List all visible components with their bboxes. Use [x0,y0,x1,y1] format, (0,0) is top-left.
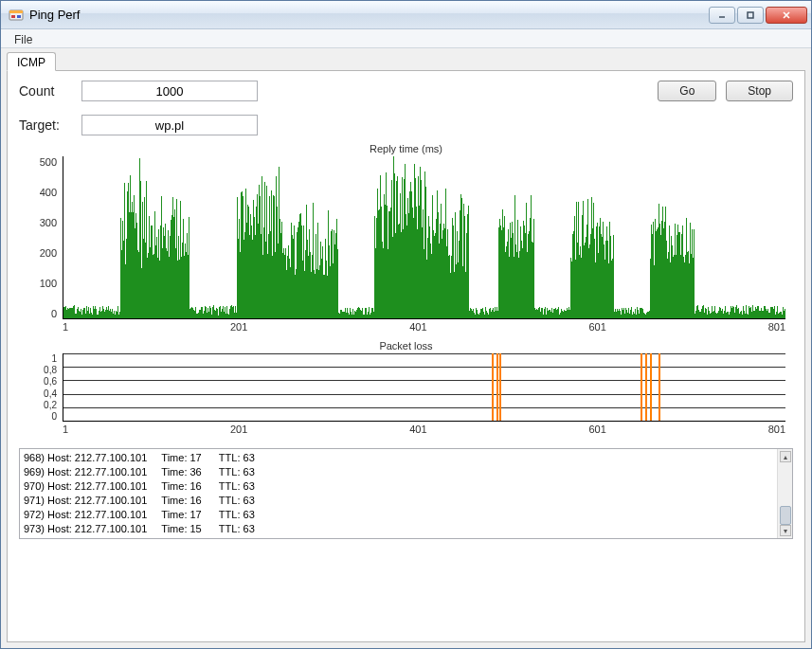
reply-time-chart: 5004003002001000 1201401601801 [19,156,793,336]
y-tick: 0,4 [44,388,57,399]
y-tick: 1 [51,353,57,364]
loss-x-axis: 1201401601801 [63,424,785,439]
window-controls [709,7,807,24]
y-tick: 100 [40,278,57,289]
target-input[interactable] [81,115,258,135]
y-tick: 0,8 [44,365,57,375]
log-scrollbar[interactable]: ▴ ▾ [777,449,792,538]
loss-y-axis: 10,80,60,40,20 [19,353,63,422]
reply-plot [63,156,785,319]
window-title: Ping Perf [29,8,709,22]
y-tick: 200 [40,247,57,259]
app-icon [9,8,24,23]
tab-panel-icmp: Count Go Stop Target: Reply time (ms) 50… [7,70,805,642]
menu-file[interactable]: File [7,31,40,48]
svg-rect-1 [9,10,23,13]
menubar: File [1,29,811,48]
log-content[interactable]: 968) Host: 212.77.100.101 Time: 17 TTL: … [20,449,777,538]
scroll-down-button[interactable]: ▾ [780,525,791,536]
content-area: ICMP Count Go Stop Target: Reply time (m… [1,48,811,648]
x-tick: 801 [768,321,785,336]
loss-event [659,353,660,421]
tab-icmp[interactable]: ICMP [7,52,56,71]
y-tick: 500 [40,156,57,168]
stop-button[interactable]: Stop [726,81,793,101]
svg-rect-3 [17,15,21,18]
count-label: Count [19,83,72,99]
reply-x-axis: 1201401601801 [63,321,785,336]
tab-container: ICMP Count Go Stop Target: Reply time (m… [7,52,805,642]
count-input[interactable] [81,81,258,101]
svg-rect-2 [11,15,15,18]
x-tick: 401 [409,321,426,336]
y-tick: 0 [51,411,57,422]
loss-event [496,353,498,421]
x-tick: 1 [63,424,68,439]
scroll-thumb[interactable] [780,506,791,525]
y-tick: 400 [40,187,57,198]
log-row: 972) Host: 212.77.100.101 Time: 17 TTL: … [24,508,773,522]
x-tick: 401 [409,424,426,439]
svg-rect-5 [748,12,753,18]
log-box: 968) Host: 212.77.100.101 Time: 17 TTL: … [19,448,793,539]
loss-event [641,353,642,421]
x-tick: 801 [768,424,785,439]
log-row: 970) Host: 212.77.100.101 Time: 16 TTL: … [24,479,773,494]
loss-plot [63,353,785,422]
y-tick: 0 [51,308,57,319]
target-label: Target: [19,117,72,133]
log-row: 969) Host: 212.77.100.101 Time: 36 TTL: … [24,465,773,479]
packet-loss-chart: 10,80,60,40,20 1201401601801 [19,353,793,439]
log-row: 968) Host: 212.77.100.101 Time: 17 TTL: … [24,451,773,465]
log-row: 971) Host: 212.77.100.101 Time: 16 TTL: … [24,494,773,508]
reply-chart-title: Reply time (ms) [19,143,793,154]
log-row: 973) Host: 212.77.100.101 Time: 15 TTL: … [24,522,773,536]
loss-event [645,353,647,421]
y-tick: 0,6 [44,376,57,387]
loss-event [499,353,501,421]
x-tick: 601 [588,321,605,336]
loss-event [650,353,652,421]
x-tick: 1 [63,321,68,336]
go-button[interactable]: Go [658,81,716,101]
target-row: Target: [19,115,793,135]
loss-lines [63,353,785,421]
loss-chart-title: Packet loss [19,340,793,352]
x-tick: 201 [230,321,247,336]
x-tick: 601 [588,424,605,439]
y-tick: 0,2 [44,400,57,410]
count-row: Count Go Stop [19,81,793,101]
maximize-button[interactable] [737,7,764,24]
close-button[interactable] [766,7,807,24]
x-tick: 201 [230,424,247,439]
reply-bars [63,156,785,318]
y-tick: 300 [40,217,57,228]
minimize-button[interactable] [709,7,735,24]
titlebar: Ping Perf [1,1,811,29]
loss-event [492,353,494,421]
scroll-up-button[interactable]: ▴ [780,451,791,462]
reply-y-axis: 5004003002001000 [19,156,63,319]
